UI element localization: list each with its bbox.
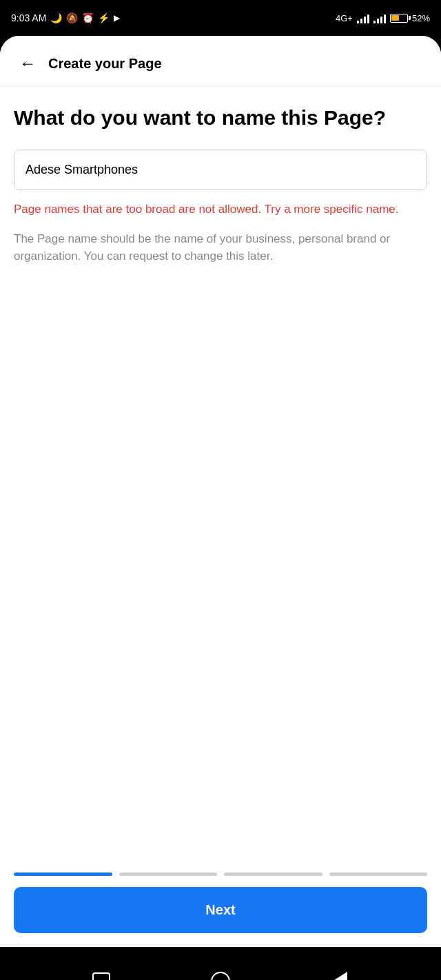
back-nav-icon[interactable]	[327, 969, 352, 980]
status-bar: 9:03 AM 🌙 🔕 ⏰ ⚡ ▶ 4G+ 52%	[0, 0, 441, 36]
page-name-input[interactable]	[14, 150, 427, 190]
signal-bar2-3	[380, 17, 382, 23]
progress-segment-4	[329, 872, 428, 876]
bottom-nav	[0, 947, 441, 980]
battery-body	[390, 14, 408, 23]
status-right: 4G+ 52%	[336, 12, 430, 23]
moon-icon: 🌙	[50, 12, 62, 23]
app-container: ← Create your Page What do you want to n…	[0, 36, 441, 947]
header: ← Create your Page	[0, 36, 441, 86]
page-question: What do you want to name this Page?	[14, 105, 427, 130]
helper-text: The Page name should be the name of your…	[14, 230, 427, 265]
battery-fill	[391, 15, 399, 21]
triangle-icon	[332, 972, 347, 980]
bolt-icon: ⚡	[98, 12, 110, 23]
signal-bars	[357, 12, 369, 23]
battery	[390, 14, 408, 23]
alarm-icon: ⏰	[82, 12, 94, 23]
main-content: What do you want to name this Page? Page…	[0, 86, 441, 861]
progress-segment-1	[14, 872, 112, 876]
error-message: Page names that are too broad are not al…	[14, 201, 427, 218]
progress-segment-3	[224, 872, 322, 876]
bottom-area: Next	[0, 861, 441, 947]
header-title: Create your Page	[48, 56, 162, 72]
signal-bar-4	[367, 14, 369, 23]
signal-bar2-4	[384, 14, 386, 23]
square-icon	[92, 972, 110, 980]
back-button[interactable]: ←	[14, 50, 41, 77]
bell-slash-icon: 🔕	[66, 12, 78, 23]
recents-nav-icon[interactable]	[208, 969, 233, 980]
signal-bar-3	[364, 17, 366, 23]
circle-icon	[211, 972, 230, 980]
signal-bar2-1	[373, 21, 376, 23]
signal-bars-2	[373, 12, 386, 23]
signal-bar-1	[357, 21, 359, 23]
battery-percent: 52%	[412, 13, 430, 23]
play-icon: ▶	[114, 13, 120, 23]
signal-bar2-2	[377, 19, 379, 23]
progress-bar	[14, 872, 427, 876]
time: 9:03 AM	[11, 12, 46, 23]
next-button[interactable]: Next	[14, 887, 427, 933]
network-label: 4G+	[336, 13, 353, 23]
signal-bar-2	[360, 19, 362, 23]
home-nav-icon[interactable]	[89, 969, 114, 980]
back-arrow-icon: ←	[19, 54, 36, 73]
progress-segment-2	[119, 872, 218, 876]
status-left: 9:03 AM 🌙 🔕 ⏰ ⚡ ▶	[11, 12, 120, 23]
